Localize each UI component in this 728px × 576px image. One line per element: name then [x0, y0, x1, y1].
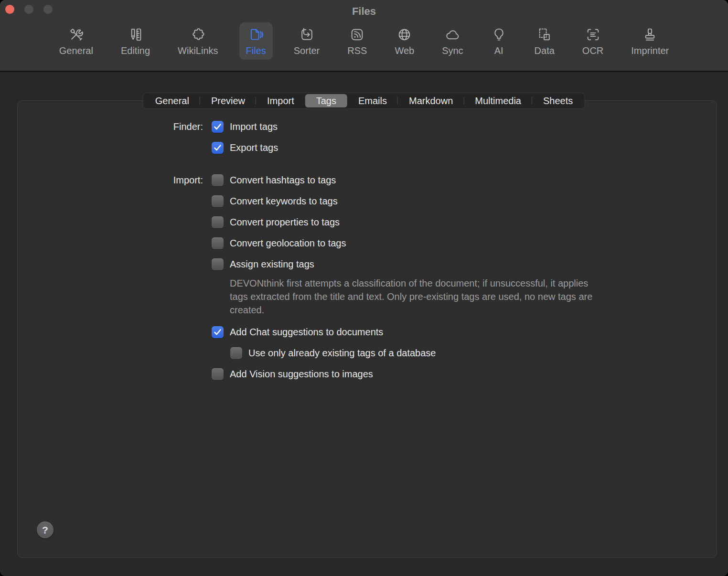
toolbar-item-files[interactable]: Files: [239, 22, 273, 60]
preferences-toolbar: GeneralEditingWikiLinksFilesSorterRSSWeb…: [0, 20, 728, 60]
tab-emails[interactable]: Emails: [347, 94, 398, 107]
close-button[interactable]: [5, 5, 14, 14]
traffic-lights: [5, 5, 53, 14]
form-row: Convert geolocation to tags: [17, 233, 710, 254]
preferences-window: Files GeneralEditingWikiLinksFilesSorter…: [0, 0, 728, 576]
rss-icon: [349, 27, 365, 43]
checkbox-label: Export tags: [230, 142, 278, 153]
toolbar-item-rss[interactable]: RSS: [341, 22, 374, 60]
content-area: GeneralPreviewImportTagsEmailsMarkdownMu…: [0, 72, 728, 576]
help-button[interactable]: ?: [37, 522, 54, 538]
toolbar-item-label: RSS: [347, 46, 367, 55]
scan-text-icon: [585, 27, 601, 43]
toolbar-item-label: Sorter: [294, 46, 320, 55]
tab-sheets[interactable]: Sheets: [532, 94, 584, 107]
minimize-button[interactable]: [24, 5, 33, 14]
checkbox-label: Convert hashtags to tags: [230, 175, 336, 186]
tab-general[interactable]: General: [144, 94, 200, 107]
checkbox-label: Convert geolocation to tags: [230, 238, 346, 249]
toolbar-item-imprinter[interactable]: Imprinter: [624, 22, 675, 60]
form-row: Add Chat suggestions to documents: [17, 321, 710, 342]
form-row: Convert properties to tags: [17, 212, 710, 233]
titlebar: Files: [0, 0, 728, 20]
cloud-icon: [445, 27, 460, 43]
zoom-button[interactable]: [43, 5, 53, 14]
documents-icon: [248, 27, 264, 43]
puzzle-icon: [190, 27, 206, 43]
form-row: Import:Convert hashtags to tags: [17, 170, 710, 191]
globe-icon: [396, 27, 412, 43]
checkbox-assign-existing-tags[interactable]: [212, 258, 224, 270]
checkbox-convert-hashtags-to-tags[interactable]: [212, 174, 224, 186]
form-row: Convert keywords to tags: [17, 191, 710, 212]
checkbox-use-only-already-existing-tags-of-a-database[interactable]: [230, 347, 242, 359]
toolbar-item-sync[interactable]: Sync: [435, 22, 470, 60]
form-row: Export tags: [17, 137, 710, 158]
checkbox-import-tags[interactable]: [212, 121, 224, 133]
toolbar-item-editing[interactable]: Editing: [114, 22, 157, 60]
toolbar-item-ai[interactable]: AI: [484, 22, 514, 60]
pencil-ruler-icon: [128, 27, 143, 43]
form-row: Assign existing tags: [17, 254, 710, 275]
form-row: Use only already existing tags of a data…: [17, 342, 710, 363]
toolbar-item-label: OCR: [582, 46, 603, 55]
checkbox-export-tags[interactable]: [212, 142, 224, 154]
toolbar-item-web[interactable]: Web: [388, 22, 421, 60]
toolbar-item-label: Data: [535, 46, 555, 55]
checkbox-label: Add Vision suggestions to images: [230, 369, 373, 380]
checkbox-convert-properties-to-tags[interactable]: [212, 216, 224, 228]
tags-settings-form: Finder:Import tagsExport tagsImport:Conv…: [17, 116, 710, 384]
tab-import[interactable]: Import: [256, 94, 305, 107]
toolbar-item-sorter[interactable]: Sorter: [287, 22, 326, 60]
lightbulb-icon: [491, 27, 507, 43]
toolbar-item-wikilinks[interactable]: WikiLinks: [171, 22, 225, 60]
data-squares-icon: [536, 27, 552, 43]
group-label: Finder:: [17, 121, 203, 132]
inbox-arrow-icon: [299, 27, 315, 43]
checkbox-add-chat-suggestions-to-documents[interactable]: [212, 326, 224, 338]
checkbox-label: Convert properties to tags: [230, 217, 340, 228]
checkbox-convert-keywords-to-tags[interactable]: [212, 195, 224, 207]
form-spacer: [17, 158, 710, 170]
window-chrome: Files GeneralEditingWikiLinksFilesSorter…: [0, 0, 728, 71]
toolbar-item-data[interactable]: Data: [528, 22, 561, 60]
form-row: Finder:Import tags: [17, 116, 710, 137]
checkbox-label: Add Chat suggestions to documents: [230, 327, 383, 338]
toolbar-item-label: Imprinter: [631, 46, 669, 55]
checkbox-label: Assign existing tags: [230, 259, 314, 270]
checkbox-label: Use only already existing tags of a data…: [248, 348, 436, 359]
tools-icon: [68, 27, 84, 43]
checkbox-convert-geolocation-to-tags[interactable]: [212, 237, 224, 249]
tab-tags[interactable]: Tags: [305, 94, 347, 107]
toolbar-item-label: WikiLinks: [178, 46, 218, 55]
toolbar-item-label: General: [59, 46, 93, 55]
toolbar-item-label: Editing: [121, 46, 150, 55]
toolbar-item-label: Web: [395, 46, 414, 55]
checkbox-label: Import tags: [230, 121, 278, 132]
assign-existing-tags-description: DEVONthink first attempts a classificati…: [230, 275, 669, 321]
form-row: Add Vision suggestions to images: [17, 363, 710, 384]
stamp-icon: [642, 27, 658, 43]
checkbox-add-vision-suggestions-to-images[interactable]: [212, 368, 224, 380]
toolbar-item-label: Files: [246, 46, 266, 55]
checkbox-label: Convert keywords to tags: [230, 196, 338, 207]
window-title: Files: [352, 2, 376, 18]
tab-bar: GeneralPreviewImportTagsEmailsMarkdownMu…: [143, 93, 585, 109]
toolbar-item-ocr[interactable]: OCR: [576, 22, 610, 60]
toolbar-item-label: Sync: [442, 46, 463, 55]
tab-preview[interactable]: Preview: [200, 94, 256, 107]
toolbar-item-general[interactable]: General: [53, 22, 100, 60]
group-label: Import:: [17, 175, 203, 186]
tab-multimedia[interactable]: Multimedia: [464, 94, 532, 107]
tab-markdown[interactable]: Markdown: [398, 94, 464, 107]
toolbar-item-label: AI: [494, 46, 503, 55]
